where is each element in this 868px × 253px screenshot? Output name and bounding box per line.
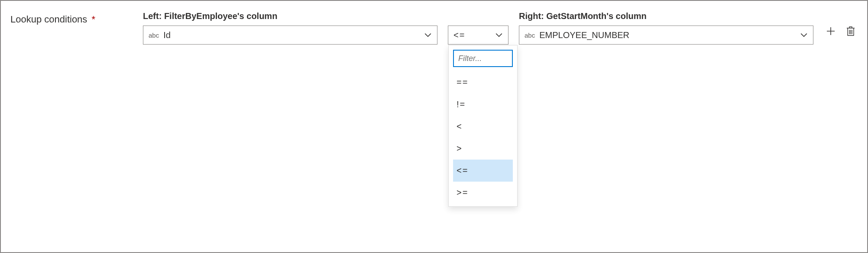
left-column-value: Id: [163, 30, 420, 40]
chevron-down-icon: [800, 31, 808, 39]
chevron-down-icon: [495, 31, 503, 39]
trash-icon: [846, 26, 855, 36]
operator-option[interactable]: <=: [453, 160, 513, 182]
left-column-header: Left: FilterByEmployee's column: [143, 11, 437, 21]
right-column-header: Right: GetStartMonth's column: [519, 11, 813, 21]
operator-field: <= == != < > <= >=: [448, 11, 508, 45]
right-column-select[interactable]: abc EMPLOYEE_NUMBER: [519, 26, 813, 45]
operator-option[interactable]: !=: [453, 93, 513, 115]
required-marker: *: [91, 14, 95, 25]
operator-option[interactable]: ==: [453, 71, 513, 93]
operator-option[interactable]: >=: [453, 182, 513, 204]
field-label-text: Lookup conditions: [10, 14, 87, 25]
operator-select[interactable]: <= == != < > <= >=: [448, 26, 508, 45]
row-actions: [824, 24, 858, 38]
left-column-field: Left: FilterByEmployee's column abc Id: [143, 11, 437, 45]
field-label: Lookup conditions *: [10, 11, 133, 25]
operator-dropdown: == != < > <= >=: [448, 45, 518, 207]
chevron-down-icon: [424, 31, 432, 39]
right-column-field: Right: GetStartMonth's column abc EMPLOY…: [519, 11, 813, 45]
operator-header-spacer: [448, 11, 508, 21]
left-column-select[interactable]: abc Id: [143, 26, 437, 45]
plus-icon: [826, 26, 836, 36]
add-condition-button[interactable]: [824, 24, 838, 38]
left-type-badge: abc: [149, 32, 159, 39]
operator-filter-input[interactable]: [453, 50, 513, 67]
right-type-badge: abc: [525, 32, 535, 39]
condition-row: Lookup conditions * Left: FilterByEmploy…: [10, 11, 858, 45]
operator-value: <=: [453, 30, 491, 40]
delete-condition-button[interactable]: [844, 24, 858, 38]
operator-option[interactable]: <: [453, 115, 513, 138]
operator-option[interactable]: >: [453, 138, 513, 160]
lookup-conditions-panel: Lookup conditions * Left: FilterByEmploy…: [0, 0, 868, 253]
right-column-value: EMPLOYEE_NUMBER: [539, 30, 796, 40]
